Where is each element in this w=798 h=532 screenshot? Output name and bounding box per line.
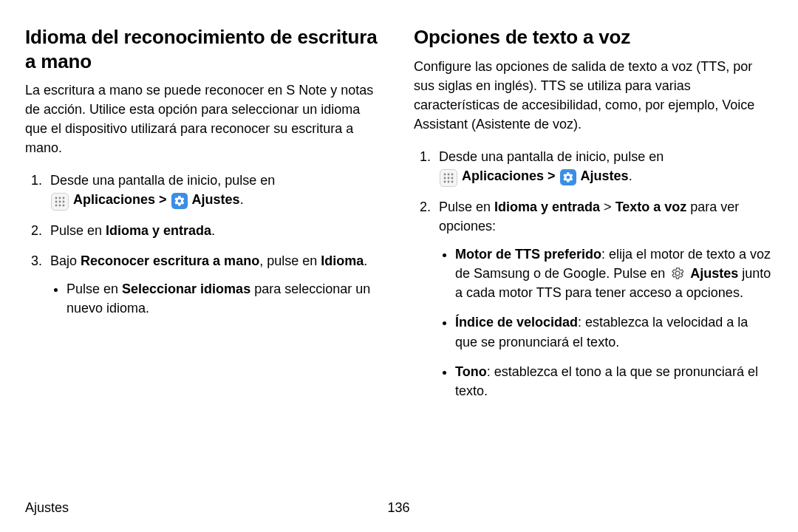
left-heading: Idioma del reconocimiento de escritura a… <box>25 25 384 73</box>
bold-text: Motor de TTS preferido <box>455 247 601 262</box>
bold-text: Idioma y entrada <box>494 200 600 214</box>
bold-text: Idioma <box>321 253 364 268</box>
step-text: Bajo <box>50 253 81 268</box>
right-column: Opciones de texto a voz Configure las op… <box>399 25 773 488</box>
right-bullet-2: Índice de velocidad: establezca la veloc… <box>455 313 773 351</box>
settings-icon <box>560 169 576 185</box>
bold-text: Seleccionar idiomas <box>122 282 250 296</box>
left-step-3: Bajo Reconocer escritura a mano, pulse e… <box>46 251 384 318</box>
right-step-2: Pulse en Idioma y entrada > Texto a voz … <box>434 197 773 400</box>
right-sub-bullets: Motor de TTS preferido: elija el motor d… <box>439 245 773 400</box>
left-step-1: Desde una pantalla de inicio, pulse en A… <box>46 171 384 211</box>
right-bullet-3: Tono: establezca el tono a la que se pro… <box>455 362 773 400</box>
apps-icon <box>51 193 69 211</box>
chevron: > <box>544 168 559 183</box>
left-bullet-1: Pulse en Seleccionar idiomas para selecc… <box>66 279 384 318</box>
bold-text: Índice de velocidad <box>455 315 578 330</box>
period: . <box>240 192 244 207</box>
left-column: Idioma del reconocimiento de escritura a… <box>25 25 399 488</box>
step-text: Pulse en <box>50 223 106 238</box>
right-bullet-1: Motor de TTS preferido: elija el motor d… <box>455 245 773 302</box>
step-text: Desde una pantalla de inicio, pulse en <box>439 149 664 164</box>
left-sub-bullets: Pulse en Seleccionar idiomas para selecc… <box>50 279 384 318</box>
step-text: Desde una pantalla de inicio, pulse en <box>50 173 275 188</box>
ajustes-label: Ajustes <box>192 192 240 207</box>
bold-text: Reconocer escritura a mano <box>81 253 259 268</box>
bold-text: Idioma y entrada <box>106 223 211 238</box>
apps-icon <box>440 169 457 187</box>
left-step-2: Pulse en Idioma y entrada. <box>46 221 384 240</box>
gear-outline-icon <box>669 265 686 282</box>
bullet-text: Pulse en <box>66 282 122 296</box>
chevron: > <box>155 192 171 207</box>
footer-page-number: 136 <box>24 500 773 516</box>
bold-text: Texto a voz <box>615 200 687 214</box>
apps-label: Aplicaciones <box>73 192 155 207</box>
step-text: Pulse en <box>439 200 494 214</box>
settings-icon <box>171 193 188 209</box>
step-text: > <box>600 200 615 214</box>
period: . <box>364 253 367 268</box>
page-footer: Ajustes 136 <box>25 500 773 516</box>
right-intro: Configure las opciones de salida de text… <box>414 57 773 134</box>
step-text: , pulse en <box>259 253 321 268</box>
bullet-text: : establezca el tono a la que se pronunc… <box>455 364 758 398</box>
period: . <box>211 223 215 238</box>
right-step-1: Desde una pantalla de inicio, pulse en A… <box>434 147 773 187</box>
period: . <box>629 168 632 183</box>
bold-text: Tono <box>455 364 487 379</box>
ajustes-label: Ajustes <box>581 168 629 183</box>
left-steps: Desde una pantalla de inicio, pulse en A… <box>25 171 384 317</box>
bold-text: Ajustes <box>690 266 738 281</box>
left-intro: La escritura a mano se puede reconocer e… <box>25 81 384 157</box>
right-heading: Opciones de texto a voz <box>414 25 773 50</box>
apps-label: Aplicaciones <box>462 168 544 183</box>
right-steps: Desde una pantalla de inicio, pulse en A… <box>414 147 773 400</box>
